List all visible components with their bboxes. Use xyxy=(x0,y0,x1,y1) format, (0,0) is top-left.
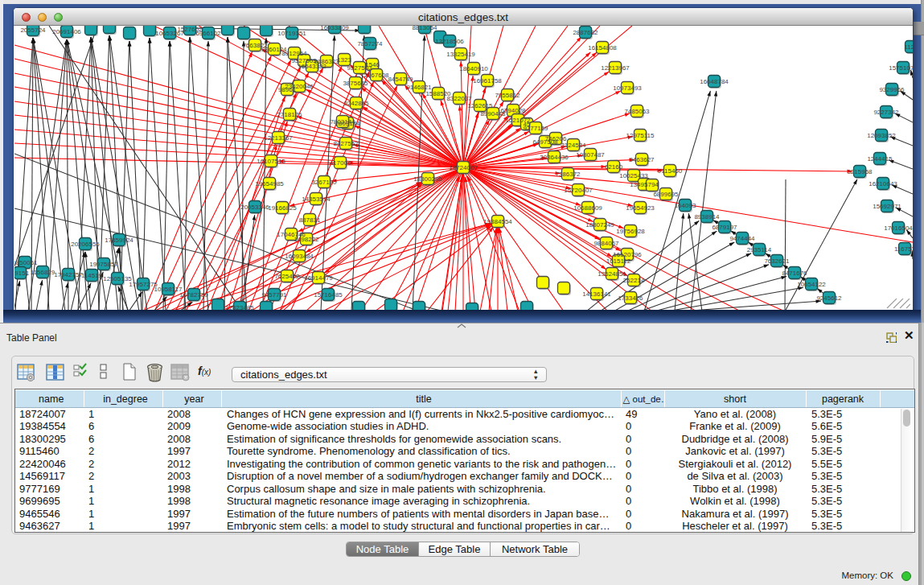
svg-text:1156829: 1156829 xyxy=(31,269,55,276)
svg-text:17942757: 17942757 xyxy=(54,271,83,278)
svg-text:1121: 1121 xyxy=(904,43,913,51)
svg-text:18724007: 18724007 xyxy=(449,164,478,171)
svg-text:19384554: 19384554 xyxy=(483,218,512,225)
svg-text:98961: 98961 xyxy=(278,86,297,93)
svg-text:8427552: 8427552 xyxy=(333,140,359,147)
svg-text:10719151: 10719151 xyxy=(277,30,306,37)
svg-text:2055724: 2055724 xyxy=(20,27,46,34)
svg-text:62160: 62160 xyxy=(605,163,623,171)
svg-text:16210643: 16210643 xyxy=(869,180,897,187)
svg-text:16107513: 16107513 xyxy=(257,158,285,165)
svg-text:12093852: 12093852 xyxy=(867,132,896,139)
svg-text:17016504: 17016504 xyxy=(884,225,913,232)
svg-text:16648784: 16648784 xyxy=(700,78,729,85)
svg-text:13495794: 13495794 xyxy=(630,181,659,188)
svg-text:8938914: 8938914 xyxy=(694,213,720,220)
svg-text:10654122: 10654122 xyxy=(797,281,826,288)
svg-text:8912954: 8912954 xyxy=(281,50,307,57)
svg-text:7803144: 7803144 xyxy=(330,118,355,126)
svg-text:19654923: 19654923 xyxy=(626,204,655,212)
svg-text:1546: 1546 xyxy=(365,61,380,68)
svg-text:16961758: 16961758 xyxy=(473,77,502,84)
svg-text:7386372: 7386372 xyxy=(555,171,581,178)
svg-text:6899695: 6899695 xyxy=(653,191,679,198)
svg-text:20691406: 20691406 xyxy=(52,28,81,35)
svg-text:20364436: 20364436 xyxy=(540,154,569,161)
svg-text:116753: 116753 xyxy=(894,245,913,253)
svg-text:15692971: 15692971 xyxy=(873,203,901,210)
svg-text:1323: 1323 xyxy=(337,56,351,64)
svg-text:8186323: 8186323 xyxy=(314,58,339,65)
svg-text:2887682: 2887682 xyxy=(573,29,598,36)
svg-text:9777169: 9777169 xyxy=(523,125,548,132)
svg-text:9463627: 9463627 xyxy=(629,156,655,163)
svg-text:19756928: 19756928 xyxy=(616,228,645,235)
svg-text:9115460: 9115460 xyxy=(658,167,683,175)
svg-text:7625402: 7625402 xyxy=(274,273,300,280)
svg-text:10025433: 10025433 xyxy=(619,172,648,179)
svg-text:8322037: 8322037 xyxy=(446,95,472,102)
svg-text:887831: 887831 xyxy=(299,216,321,224)
svg-text:9227342: 9227342 xyxy=(873,109,899,116)
svg-text:114519: 114519 xyxy=(81,272,103,279)
svg-text:2718176: 2718176 xyxy=(277,111,302,118)
svg-text:9329966: 9329966 xyxy=(879,86,905,93)
svg-text:9474444: 9474444 xyxy=(729,235,755,242)
svg-text:8813054: 8813054 xyxy=(412,26,437,31)
svg-text:12213367: 12213367 xyxy=(264,134,293,142)
svg-text:12505135: 12505135 xyxy=(103,275,132,282)
svg-text:19654985: 19654985 xyxy=(255,180,284,187)
svg-text:13325419: 13325419 xyxy=(446,51,475,58)
svg-text:9457791: 9457791 xyxy=(261,291,287,299)
svg-text:10688609: 10688609 xyxy=(573,204,602,212)
svg-text:1498222: 1498222 xyxy=(294,236,319,243)
svg-text:9245612: 9245612 xyxy=(816,295,842,302)
svg-text:8471676: 8471676 xyxy=(782,270,807,277)
svg-text:417006: 417006 xyxy=(330,159,351,167)
svg-text:2935114: 2935114 xyxy=(747,246,772,253)
svg-text:7857274: 7857274 xyxy=(357,40,383,47)
svg-text:3215958: 3215958 xyxy=(847,168,873,175)
svg-text:15720407: 15720407 xyxy=(564,187,593,194)
svg-text:1615112: 1615112 xyxy=(606,257,631,265)
svg-text:18640910: 18640910 xyxy=(459,65,488,72)
svg-text:9884067: 9884067 xyxy=(593,240,619,247)
svg-text:14136141: 14136141 xyxy=(582,290,611,298)
svg-text:1850051: 1850051 xyxy=(14,259,38,266)
svg-text:16093484: 16093484 xyxy=(285,253,314,260)
svg-text:18300295: 18300295 xyxy=(413,175,442,183)
svg-text:15716485: 15716485 xyxy=(314,291,343,299)
svg-text:6794028: 6794028 xyxy=(500,107,526,114)
svg-text:3875645: 3875645 xyxy=(343,80,368,87)
svg-text:7632621: 7632621 xyxy=(764,257,790,265)
svg-text:19166825: 19166825 xyxy=(268,204,297,212)
svg-text:7485063: 7485063 xyxy=(624,108,650,115)
svg-text:9242845: 9242845 xyxy=(343,100,369,107)
svg-text:10958117: 10958117 xyxy=(154,286,183,293)
svg-text:13218506: 13218506 xyxy=(435,38,464,45)
svg-text:2967608: 2967608 xyxy=(363,72,389,79)
svg-text:17359924: 17359924 xyxy=(105,237,133,244)
svg-text:1244415: 1244415 xyxy=(867,155,893,163)
svg-text:20053346: 20053346 xyxy=(240,204,269,211)
svg-text:10973493: 10973493 xyxy=(613,84,642,92)
svg-text:10807487: 10807487 xyxy=(576,151,605,159)
svg-text:15751074: 15751074 xyxy=(889,64,913,72)
svg-text:3267130: 3267130 xyxy=(311,179,337,186)
svg-text:16914479: 16914479 xyxy=(304,274,333,282)
svg-text:164093: 164093 xyxy=(675,202,696,209)
svg-text:6966102: 6966102 xyxy=(195,30,221,37)
svg-text:12213967: 12213967 xyxy=(601,64,630,72)
svg-text:12975115: 12975115 xyxy=(626,132,655,139)
svg-text:16033809: 16033809 xyxy=(320,26,349,31)
svg-text:18807249: 18807249 xyxy=(585,221,614,229)
svg-text:252214: 252214 xyxy=(623,277,645,284)
svg-text:3124534: 3124534 xyxy=(561,142,586,149)
svg-text:8454749: 8454749 xyxy=(388,76,413,83)
svg-text:20206555: 20206555 xyxy=(71,241,100,248)
svg-text:14353594: 14353594 xyxy=(302,196,331,203)
svg-text:16782759: 16782759 xyxy=(179,291,208,299)
svg-text:16154808: 16154808 xyxy=(588,44,617,51)
svg-text:19975857: 19975857 xyxy=(89,261,118,268)
svg-text:1733426: 1733426 xyxy=(618,295,643,302)
